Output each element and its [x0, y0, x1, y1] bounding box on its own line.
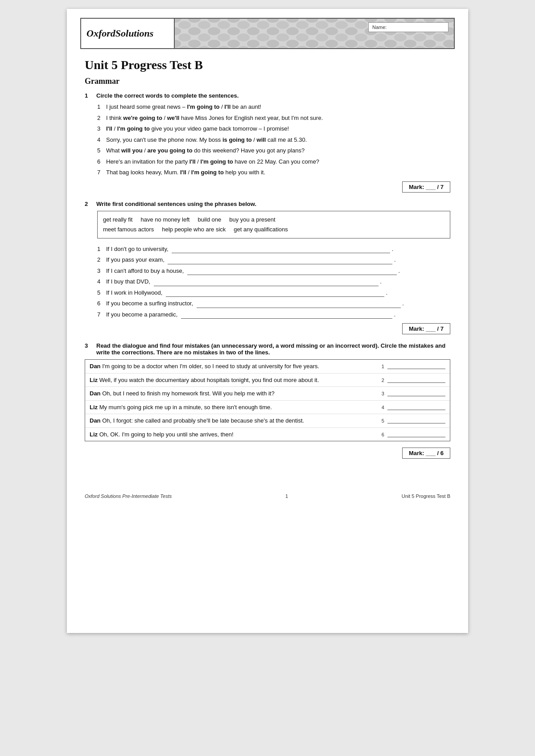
content-area: Unit 5 Progress Test B Grammar 1 Circle …	[67, 49, 468, 476]
dialogue-row-4: Liz My mum's going pick me up in a minut…	[85, 401, 450, 415]
dialogue-row-5: Dan Oh, I forgot: she called and probabl…	[85, 414, 450, 428]
header-bar: OxfordSolutions Name:	[80, 18, 455, 49]
q1-item-2: 2 I think we're going to / we'll have Mi…	[97, 114, 450, 123]
dialogue-box: Dan I'm going to be a doctor when I'm ol…	[85, 359, 450, 441]
q2-item-3: 3 If I can't afford to buy a house, .	[97, 267, 450, 275]
footer-left: Oxford Solutions Pre-Intermediate Tests	[85, 493, 172, 499]
dialogue-row-6: Liz Oh, OK. I'm going to help you until …	[85, 428, 450, 441]
page: OxfordSolutions Name:	[67, 9, 468, 633]
q2-item-2: 2 If you pass your exam, .	[97, 255, 450, 264]
name-label: Name:	[372, 25, 387, 30]
q2-mark-box: Mark: ___ / 7	[85, 323, 450, 334]
phrase-box: get really fit have no money left build …	[97, 211, 450, 238]
q3-mark-box: Mark: ___ / 6	[85, 448, 450, 459]
question-3: 3 Read the dialogue and find four mistak…	[85, 342, 450, 459]
q1-item-6: 6 Here's an invitation for the party I'l…	[97, 157, 450, 166]
question-2: 2 Write first conditional sentences usin…	[85, 201, 450, 335]
q1-mark-box: Mark: ___ / 7	[85, 181, 450, 193]
q1-item-7: 7 That bag looks heavy, Mum. I'll / I'm …	[97, 168, 450, 177]
q3-mark: Mark: ___ / 6	[402, 448, 450, 459]
q2-item-6: 6 If you become a surfing instructor, .	[97, 299, 450, 308]
question-1: 1 Circle the correct words to complete t…	[85, 92, 450, 193]
question-1-number: 1	[85, 92, 92, 99]
name-box: Name:	[368, 22, 449, 32]
question-2-instruction: Write first conditional sentences using …	[96, 201, 256, 207]
section-title: Grammar	[85, 77, 450, 86]
question-3-header: 3 Read the dialogue and find four mistak…	[85, 342, 450, 356]
logo-bold: Solutions	[115, 28, 154, 39]
q1-item-1: 1 I just heard some great news – I'm goi…	[97, 103, 450, 111]
q2-item-4: 4 If I buy that DVD, .	[97, 277, 450, 286]
footer: Oxford Solutions Pre-Intermediate Tests …	[67, 489, 468, 503]
dialogue-row-2: Liz Well, if you watch the documentary a…	[85, 374, 450, 387]
dialogue-row-3: Dan Oh, but I need to finish my homework…	[85, 387, 450, 401]
logo-italic: Oxford	[86, 28, 115, 39]
q2-mark: Mark: ___ / 7	[402, 323, 450, 334]
q1-mark: Mark: ___ / 7	[402, 181, 450, 193]
q2-item-1: 1 If I don't go to university, .	[97, 245, 450, 254]
dialogue-row-1: Dan I'm going to be a doctor when I'm ol…	[85, 360, 450, 374]
footer-right: Unit 5 Progress Test B	[402, 493, 450, 499]
logo-text: OxfordSolutions	[86, 28, 153, 39]
page-title: Unit 5 Progress Test B	[85, 58, 450, 72]
question-1-header: 1 Circle the correct words to complete t…	[85, 92, 450, 99]
q1-item-5: 5 What will you / are you going to do th…	[97, 146, 450, 155]
question-1-instruction: Circle the correct words to complete the…	[96, 92, 239, 99]
q2-item-7: 7 If you become a paramedic, .	[97, 310, 450, 319]
header-pattern: Name:	[175, 19, 454, 48]
logo-area: OxfordSolutions	[81, 19, 175, 48]
footer-center: 1	[285, 493, 288, 499]
q1-item-3: 3 I'll / I'm going to give you your vide…	[97, 124, 450, 133]
question-3-number: 3	[85, 342, 92, 349]
question-2-number: 2	[85, 201, 92, 207]
question-2-header: 2 Write first conditional sentences usin…	[85, 201, 450, 207]
q2-item-5: 5 If I work in Hollywood, .	[97, 288, 450, 297]
q1-item-4: 4 Sorry, you can't use the phone now. My…	[97, 136, 450, 144]
question-3-instruction: Read the dialogue and find four mistakes…	[96, 342, 450, 356]
